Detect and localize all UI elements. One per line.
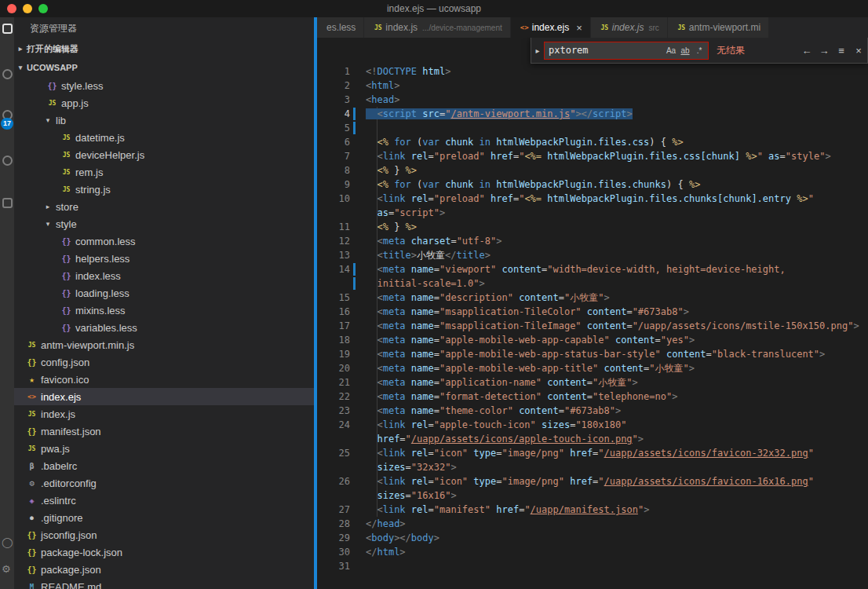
tree-item-loading.less[interactable]: {}loading.less <box>14 284 314 302</box>
tree-item-config.json[interactable]: {}config.json <box>14 353 314 371</box>
code-line[interactable]: 4 <script src="/antm-viewport.min.js"></… <box>317 107 868 121</box>
code-line[interactable]: 21 <meta name="application-name" content… <box>317 375 868 390</box>
code-line[interactable]: 26 <link rel="icon" type="image/png" hre… <box>317 474 868 488</box>
tree-item-datetime.js[interactable]: JSdatetime.js <box>14 129 314 146</box>
code-line[interactable]: 19 <meta name="apple-mobile-web-app-stat… <box>317 347 868 361</box>
editor[interactable]: 1<!DOCTYPE html>2<html>3<head>4 <script … <box>317 38 868 589</box>
code-line[interactable]: sizes="16x16"> <box>317 488 868 503</box>
code-line[interactable]: 27 <link rel="manifest" href="/uapp/mani… <box>317 503 868 517</box>
code-line[interactable]: 3<head> <box>317 93 868 107</box>
line-number: 20 <box>317 361 350 375</box>
match-case-toggle[interactable]: Aa <box>664 46 678 55</box>
code-line[interactable]: 17 <meta name="msapplication-TileImage" … <box>317 319 868 333</box>
code-line[interactable]: 12 <meta charset="utf-8"> <box>317 234 868 248</box>
code-line[interactable]: 2<html> <box>317 79 868 93</box>
tree-item-favicon.ico[interactable]: ★favicon.ico <box>14 371 314 388</box>
code-line[interactable]: sizes="32x32"> <box>317 460 868 474</box>
tree-item-store[interactable]: ▸store <box>14 198 314 215</box>
extensions-icon[interactable] <box>2 198 13 208</box>
tree-item-.eslintrc[interactable]: ◈.eslintrc <box>14 492 314 509</box>
code-line[interactable]: 30</html> <box>317 545 868 559</box>
line-number: 17 <box>317 319 350 333</box>
code-line[interactable]: 29<body></body> <box>317 531 868 545</box>
code-line[interactable]: 6 <% for (var chunk in htmlWebpackPlugin… <box>317 135 868 149</box>
close-find-button[interactable]: × <box>850 45 867 57</box>
code-line[interactable]: 25 <link rel="icon" type="image/png" hre… <box>317 446 868 460</box>
tree-item-rem.js[interactable]: JSrem.js <box>14 163 314 181</box>
tree-item-pwa.js[interactable]: JSpwa.js <box>14 440 314 457</box>
code-line[interactable]: as="script"> <box>317 206 868 220</box>
tree-item-helpers.less[interactable]: {}helpers.less <box>14 250 314 267</box>
tree-item-index.js[interactable]: JSindex.js <box>14 405 314 423</box>
code-line[interactable]: 16 <meta name="msapplication-TileColor" … <box>317 305 868 319</box>
debug-icon[interactable] <box>2 155 13 166</box>
code-line[interactable]: 24 <link rel="apple-touch-icon" sizes="1… <box>317 418 868 432</box>
previous-match-button[interactable]: ← <box>798 45 815 57</box>
code-line[interactable]: 15 <meta name="description" content="小牧童… <box>317 291 868 305</box>
tab-index.js[interactable]: JSindex.jssrc <box>591 17 668 38</box>
find-in-selection-button[interactable]: ≡ <box>833 45 850 57</box>
file-label: lib <box>56 115 66 126</box>
code-line[interactable]: initial-scale=1.0"> <box>317 276 868 291</box>
tree-item-style.less[interactable]: {}style.less <box>14 77 314 94</box>
tab-close-icon[interactable]: × <box>576 22 582 34</box>
code-line[interactable]: 31 <box>317 559 868 573</box>
tree-item-app.js[interactable]: JSapp.js <box>14 94 314 112</box>
tree-item-jsconfig.json[interactable]: {}jsconfig.json <box>14 526 314 543</box>
zoom-window-button[interactable] <box>38 4 48 13</box>
workspace-section[interactable]: ▾ UCOWSAPP <box>14 58 314 77</box>
code-line[interactable]: 7 <link rel="preload" href="<%= htmlWebp… <box>317 149 868 163</box>
code-line[interactable]: 28</head> <box>317 517 868 531</box>
tree-item-manifest.json[interactable]: {}manifest.json <box>14 423 314 440</box>
code-line[interactable]: 13 <title>小牧童</title> <box>317 248 868 262</box>
tree-item-.gitignore[interactable]: ●.gitignore <box>14 509 314 526</box>
regex-toggle[interactable]: .* <box>692 46 706 55</box>
tab-index.js[interactable]: JSindex.js.../device-management <box>364 17 510 38</box>
tree-item-deviceHelper.js[interactable]: JSdeviceHelper.js <box>14 146 314 163</box>
accounts-icon[interactable]: ◯ <box>2 537 13 547</box>
tab-antm-viewport.mi[interactable]: JSantm-viewport.mi <box>668 17 769 38</box>
toggle-replace-icon[interactable]: ▸ <box>531 46 544 55</box>
window-controls <box>7 4 48 13</box>
tree-item-antm-viewport.min.js[interactable]: JSantm-viewport.min.js <box>14 336 314 353</box>
tree-item-.editorconfig[interactable]: ⚙.editorconfig <box>14 474 314 492</box>
tree-item-package-lock.json[interactable]: {}package-lock.json <box>14 543 314 561</box>
explorer-icon[interactable] <box>2 24 13 34</box>
minimize-window-button[interactable] <box>23 4 32 13</box>
code-line[interactable]: 1<!DOCTYPE html> <box>317 64 868 79</box>
tab-index.ejs[interactable]: <>index.ejs× <box>511 17 591 38</box>
tree-item-index.ejs[interactable]: <>index.ejs <box>14 388 314 405</box>
code-area[interactable]: 1<!DOCTYPE html>2<html>3<head>4 <script … <box>317 38 868 589</box>
code-line[interactable]: href="/uapp/assets/icons/apple-touch-ico… <box>317 432 868 446</box>
code-line[interactable]: 22 <meta name="format-detection" content… <box>317 390 868 404</box>
code-line[interactable]: 18 <meta name="apple-mobile-web-app-capa… <box>317 333 868 347</box>
tree-item-lib[interactable]: ▾lib <box>14 112 314 129</box>
code-line[interactable]: 23 <meta name="theme-color" content="#67… <box>317 404 868 418</box>
search-icon[interactable] <box>2 69 13 79</box>
find-input[interactable]: pxtorem Aa ab .* <box>544 42 709 60</box>
open-editors-section[interactable]: ▸ 打开的编辑器 <box>14 39 314 58</box>
tree-item-variables.less[interactable]: {}variables.less <box>14 319 314 336</box>
tree-item-package.json[interactable]: {}package.json <box>14 561 314 578</box>
settings-gear-icon[interactable]: ⚙ <box>2 564 11 574</box>
close-window-button[interactable] <box>7 4 16 13</box>
tree-item-mixins.less[interactable]: {}mixins.less <box>14 302 314 319</box>
tree-item-README.md[interactable]: MREADME.md <box>14 578 314 589</box>
line-content: <meta name="format-detection" content="t… <box>366 390 677 404</box>
code-line[interactable]: 8 <% } %> <box>317 163 868 177</box>
tab-es.less[interactable]: es.less <box>317 17 364 38</box>
tree-item-index.less[interactable]: {}index.less <box>14 267 314 284</box>
code-line[interactable]: 14 <meta name="viewport" content="width=… <box>317 262 868 276</box>
code-line[interactable]: 20 <meta name="apple-mobile-web-app-titl… <box>317 361 868 375</box>
tree-item-.babelrc[interactable]: β.babelrc <box>14 457 314 474</box>
whole-word-toggle[interactable]: ab <box>678 46 692 55</box>
tree-item-style[interactable]: ▾style <box>14 215 314 232</box>
code-line[interactable]: 5 <box>317 121 868 135</box>
code-line[interactable]: 11 <% } %> <box>317 220 868 234</box>
tree-item-string.js[interactable]: JSstring.js <box>14 181 314 198</box>
tree-item-common.less[interactable]: {}common.less <box>14 232 314 250</box>
code-line[interactable]: 10 <link rel="preload" href="<%= htmlWeb… <box>317 192 868 206</box>
next-match-button[interactable]: → <box>815 45 833 57</box>
code-line[interactable]: 9 <% for (var chunk in htmlWebpackPlugin… <box>317 177 868 192</box>
line-content: <meta name="application-name" content="小… <box>366 375 638 390</box>
